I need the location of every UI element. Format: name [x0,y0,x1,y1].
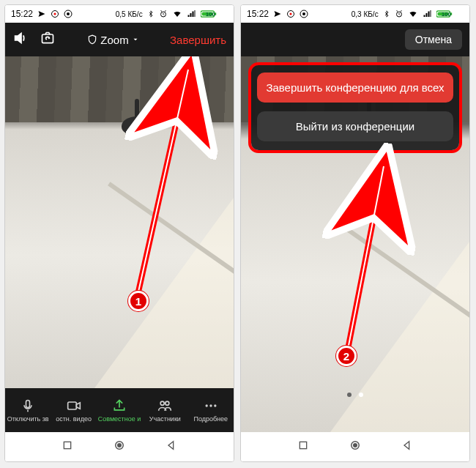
speaker-icon[interactable] [12,30,29,49]
chevron-down-icon [132,36,139,43]
end-for-all-button[interactable]: Завершить конференцию для всех [257,73,453,103]
leave-meeting-button[interactable]: Выйти из конференции [257,111,453,141]
svg-point-1 [54,13,56,15]
phone-left: 15:22 0,5 КБ/с 100 Zoom [4,4,234,462]
end-meeting-dialog: Завершить конференцию для всех Выйти из … [248,62,462,153]
annotation-badge-1: 1 [128,291,149,311]
battery-indicator: 100 [201,10,228,18]
svg-point-14 [166,401,169,405]
page-indicator [241,393,469,397]
svg-rect-12 [67,402,76,409]
switch-camera-icon[interactable] [39,31,56,48]
cancel-button[interactable]: Отмена [405,29,462,50]
battery-indicator: 100 [436,10,464,18]
svg-point-33 [354,444,357,447]
participants-button[interactable]: Участники [143,398,187,423]
browser-icon [51,10,59,18]
share-button[interactable]: Совместное и [97,398,141,423]
annotation-badge-2: 2 [336,346,357,366]
svg-point-24 [302,12,305,15]
svg-point-15 [205,404,207,406]
android-nav-bar [5,432,234,461]
mute-button[interactable]: Отключить зв [6,398,50,423]
bluetooth-icon [383,10,390,18]
status-time: 15:22 [11,9,33,19]
status-bar: 15:22 0,3 КБ/с 100 [241,5,469,23]
alarm-icon [159,10,168,18]
video-area[interactable]: Завершить конференцию для всех Выйти из … [241,56,469,432]
status-bar: 15:22 0,5 КБ/с 100 [5,5,234,23]
shield-icon [87,34,97,45]
video-area[interactable]: 1 [5,56,234,388]
wifi-icon [408,10,418,18]
nav-back-icon[interactable] [166,439,177,454]
send-icon [37,10,46,18]
alarm-icon [395,10,404,18]
video-lamp [119,99,155,143]
android-nav-bar [241,432,469,461]
svg-point-20 [118,444,122,447]
svg-rect-18 [64,442,70,448]
zoom-top-bar: Zoom Завершить [5,23,234,56]
status-time: 15:22 [247,9,269,19]
video-floor [94,198,234,388]
chrome-icon [64,10,72,18]
status-data-rate: 0,5 КБ/с [116,10,143,18]
send-icon [273,10,282,18]
nav-recent-icon[interactable] [62,439,73,454]
svg-point-17 [214,404,216,406]
phone-right: 15:22 0,3 КБ/с 100 Отмена Завершить конф… [240,4,470,462]
signal-icon [423,10,432,18]
status-data-rate: 0,3 КБ/с [352,10,379,18]
chrome-icon [300,10,308,18]
more-button[interactable]: Подробнее [189,398,233,423]
stop-video-button[interactable]: остн. видео [52,398,96,423]
zoom-label[interactable]: Zoom [87,34,138,46]
svg-point-22 [290,13,292,15]
wifi-icon [172,10,182,18]
svg-point-13 [161,401,165,405]
signal-icon [187,10,196,18]
zoom-top-bar: Отмена [241,23,469,56]
svg-rect-11 [26,400,30,407]
svg-point-3 [67,12,70,15]
end-meeting-button[interactable]: Завершить [170,34,226,46]
zoom-bottom-bar: Отключить зв остн. видео Совместное и Уч… [5,388,234,432]
video-floor [330,242,469,432]
nav-recent-icon[interactable] [297,439,309,454]
bluetooth-icon [147,10,155,18]
svg-rect-31 [300,442,306,448]
svg-rect-8 [42,34,53,43]
svg-point-16 [209,404,212,406]
nav-back-icon[interactable] [401,439,413,454]
nav-home-icon[interactable] [113,439,126,455]
nav-home-icon[interactable] [349,439,362,455]
browser-icon [286,10,295,18]
